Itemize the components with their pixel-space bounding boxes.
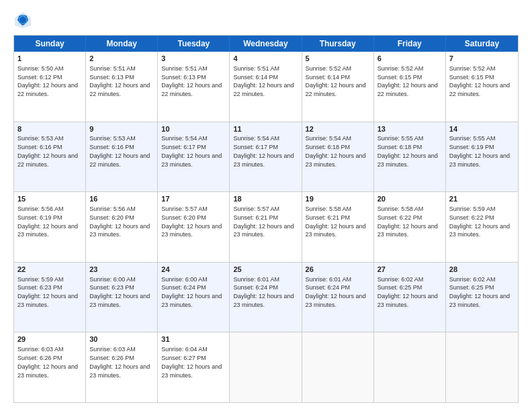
calendar-cell-day-21: 21Sunrise: 5:59 AMSunset: 6:22 PMDayligh… <box>446 192 518 262</box>
day-number: 7 <box>449 54 515 64</box>
day-number: 5 <box>306 54 370 64</box>
cell-info: Sunrise: 5:52 AMSunset: 6:15 PMDaylight:… <box>449 65 510 97</box>
cell-info: Sunrise: 5:57 AMSunset: 6:20 PMDaylight:… <box>161 205 222 238</box>
day-number: 14 <box>449 124 515 134</box>
calendar-cell-empty <box>374 332 446 402</box>
calendar-cell-day-4: 4Sunrise: 5:51 AMSunset: 6:14 PMDaylight… <box>230 52 302 122</box>
cell-info: Sunrise: 6:03 AMSunset: 6:26 PMDaylight:… <box>17 346 78 378</box>
calendar-cell-day-14: 14Sunrise: 5:55 AMSunset: 6:19 PMDayligh… <box>446 122 518 192</box>
day-number: 6 <box>378 54 442 64</box>
calendar-cell-day-20: 20Sunrise: 5:58 AMSunset: 6:22 PMDayligh… <box>374 192 446 262</box>
calendar-cell-day-22: 22Sunrise: 5:59 AMSunset: 6:23 PMDayligh… <box>14 263 86 332</box>
day-header-monday: Monday <box>86 36 158 52</box>
cell-info: Sunrise: 6:02 AMSunset: 6:25 PMDaylight:… <box>378 276 438 308</box>
cell-info: Sunrise: 5:50 AMSunset: 6:12 PMDaylight:… <box>17 65 78 97</box>
day-number: 23 <box>89 265 154 275</box>
day-number: 8 <box>17 124 82 134</box>
cell-info: Sunrise: 5:53 AMSunset: 6:16 PMDaylight:… <box>89 135 150 167</box>
calendar-cell-day-31: 31Sunrise: 6:04 AMSunset: 6:27 PMDayligh… <box>158 332 230 402</box>
day-number: 13 <box>378 124 442 134</box>
calendar-cell-day-18: 18Sunrise: 5:57 AMSunset: 6:21 PMDayligh… <box>230 192 302 262</box>
cell-info: Sunrise: 5:59 AMSunset: 6:22 PMDaylight:… <box>449 205 510 238</box>
calendar-cell-day-15: 15Sunrise: 5:56 AMSunset: 6:19 PMDayligh… <box>14 192 86 262</box>
day-header-friday: Friday <box>374 36 446 52</box>
calendar-cell-day-13: 13Sunrise: 5:55 AMSunset: 6:18 PMDayligh… <box>374 122 446 192</box>
day-number: 17 <box>161 194 226 204</box>
cell-info: Sunrise: 5:51 AMSunset: 6:13 PMDaylight:… <box>161 65 222 97</box>
day-number: 27 <box>378 265 442 275</box>
cell-info: Sunrise: 6:01 AMSunset: 6:24 PMDaylight:… <box>233 276 294 308</box>
calendar-cell-day-27: 27Sunrise: 6:02 AMSunset: 6:25 PMDayligh… <box>374 263 446 332</box>
cell-info: Sunrise: 6:04 AMSunset: 6:27 PMDaylight:… <box>161 346 222 378</box>
calendar-cell-empty <box>446 332 518 402</box>
calendar-row-5: 29Sunrise: 6:03 AMSunset: 6:26 PMDayligh… <box>14 332 518 402</box>
day-number: 28 <box>449 265 515 275</box>
day-number: 24 <box>161 265 226 275</box>
day-header-thursday: Thursday <box>302 36 374 52</box>
day-number: 16 <box>89 194 154 204</box>
day-number: 4 <box>233 54 298 64</box>
cell-info: Sunrise: 5:55 AMSunset: 6:18 PMDaylight:… <box>378 135 438 167</box>
day-number: 26 <box>306 265 370 275</box>
calendar-cell-day-1: 1Sunrise: 5:50 AMSunset: 6:12 PMDaylight… <box>14 52 86 122</box>
calendar-cell-day-6: 6Sunrise: 5:52 AMSunset: 6:15 PMDaylight… <box>374 52 446 122</box>
calendar-cell-day-16: 16Sunrise: 5:56 AMSunset: 6:20 PMDayligh… <box>86 192 158 262</box>
cell-info: Sunrise: 5:58 AMSunset: 6:21 PMDaylight:… <box>306 205 366 238</box>
day-number: 11 <box>233 124 298 134</box>
header <box>13 11 519 30</box>
logo-icon <box>13 11 32 30</box>
cell-info: Sunrise: 5:57 AMSunset: 6:21 PMDaylight:… <box>233 205 294 238</box>
cell-info: Sunrise: 6:00 AMSunset: 6:24 PMDaylight:… <box>161 276 222 308</box>
calendar-cell-day-3: 3Sunrise: 5:51 AMSunset: 6:13 PMDaylight… <box>158 52 230 122</box>
calendar: SundayMondayTuesdayWednesdayThursdayFrid… <box>13 35 519 403</box>
calendar-cell-day-5: 5Sunrise: 5:52 AMSunset: 6:14 PMDaylight… <box>302 52 374 122</box>
cell-info: Sunrise: 6:03 AMSunset: 6:26 PMDaylight:… <box>89 346 150 378</box>
cell-info: Sunrise: 5:51 AMSunset: 6:14 PMDaylight:… <box>233 65 294 97</box>
calendar-cell-day-29: 29Sunrise: 6:03 AMSunset: 6:26 PMDayligh… <box>14 332 86 402</box>
cell-info: Sunrise: 5:54 AMSunset: 6:17 PMDaylight:… <box>233 135 294 167</box>
cell-info: Sunrise: 5:55 AMSunset: 6:19 PMDaylight:… <box>449 135 510 167</box>
day-header-tuesday: Tuesday <box>158 36 230 52</box>
day-number: 25 <box>233 265 298 275</box>
day-number: 3 <box>161 54 226 64</box>
day-number: 2 <box>89 54 154 64</box>
cell-info: Sunrise: 5:51 AMSunset: 6:13 PMDaylight:… <box>89 65 150 97</box>
day-number: 21 <box>449 194 515 204</box>
day-number: 18 <box>233 194 298 204</box>
calendar-cell-day-24: 24Sunrise: 6:00 AMSunset: 6:24 PMDayligh… <box>158 263 230 332</box>
cell-info: Sunrise: 5:54 AMSunset: 6:17 PMDaylight:… <box>161 135 222 167</box>
calendar-row-3: 15Sunrise: 5:56 AMSunset: 6:19 PMDayligh… <box>14 192 518 263</box>
calendar-row-4: 22Sunrise: 5:59 AMSunset: 6:23 PMDayligh… <box>14 263 518 333</box>
day-number: 1 <box>17 54 82 64</box>
calendar-cell-day-17: 17Sunrise: 5:57 AMSunset: 6:20 PMDayligh… <box>158 192 230 262</box>
day-header-saturday: Saturday <box>446 36 518 52</box>
day-header-wednesday: Wednesday <box>230 36 302 52</box>
calendar-cell-day-23: 23Sunrise: 6:00 AMSunset: 6:23 PMDayligh… <box>86 263 158 332</box>
calendar-row-1: 1Sunrise: 5:50 AMSunset: 6:12 PMDaylight… <box>14 52 518 122</box>
cell-info: Sunrise: 5:56 AMSunset: 6:19 PMDaylight:… <box>17 205 78 238</box>
day-number: 9 <box>89 124 154 134</box>
calendar-cell-day-11: 11Sunrise: 5:54 AMSunset: 6:17 PMDayligh… <box>230 122 302 192</box>
cell-info: Sunrise: 5:56 AMSunset: 6:20 PMDaylight:… <box>89 205 150 238</box>
calendar-cell-day-30: 30Sunrise: 6:03 AMSunset: 6:26 PMDayligh… <box>86 332 158 402</box>
calendar-cell-day-12: 12Sunrise: 5:54 AMSunset: 6:18 PMDayligh… <box>302 122 374 192</box>
calendar-body: 1Sunrise: 5:50 AMSunset: 6:12 PMDaylight… <box>14 52 518 402</box>
cell-info: Sunrise: 6:01 AMSunset: 6:24 PMDaylight:… <box>306 276 366 308</box>
day-number: 29 <box>17 334 82 345</box>
logo <box>13 11 35 30</box>
calendar-cell-day-25: 25Sunrise: 6:01 AMSunset: 6:24 PMDayligh… <box>230 263 302 332</box>
day-number: 30 <box>89 334 154 345</box>
calendar-cell-day-2: 2Sunrise: 5:51 AMSunset: 6:13 PMDaylight… <box>86 52 158 122</box>
cell-info: Sunrise: 5:54 AMSunset: 6:18 PMDaylight:… <box>306 135 366 167</box>
calendar-cell-day-10: 10Sunrise: 5:54 AMSunset: 6:17 PMDayligh… <box>158 122 230 192</box>
calendar-cell-day-26: 26Sunrise: 6:01 AMSunset: 6:24 PMDayligh… <box>302 263 374 332</box>
cell-info: Sunrise: 5:53 AMSunset: 6:16 PMDaylight:… <box>17 135 78 167</box>
calendar-header: SundayMondayTuesdayWednesdayThursdayFrid… <box>14 36 518 52</box>
calendar-row-2: 8Sunrise: 5:53 AMSunset: 6:16 PMDaylight… <box>14 122 518 193</box>
cell-info: Sunrise: 5:52 AMSunset: 6:14 PMDaylight:… <box>306 65 366 97</box>
calendar-cell-day-7: 7Sunrise: 5:52 AMSunset: 6:15 PMDaylight… <box>446 52 518 122</box>
day-header-sunday: Sunday <box>14 36 86 52</box>
day-number: 19 <box>306 194 370 204</box>
cell-info: Sunrise: 6:02 AMSunset: 6:25 PMDaylight:… <box>449 276 510 308</box>
day-number: 10 <box>161 124 226 134</box>
